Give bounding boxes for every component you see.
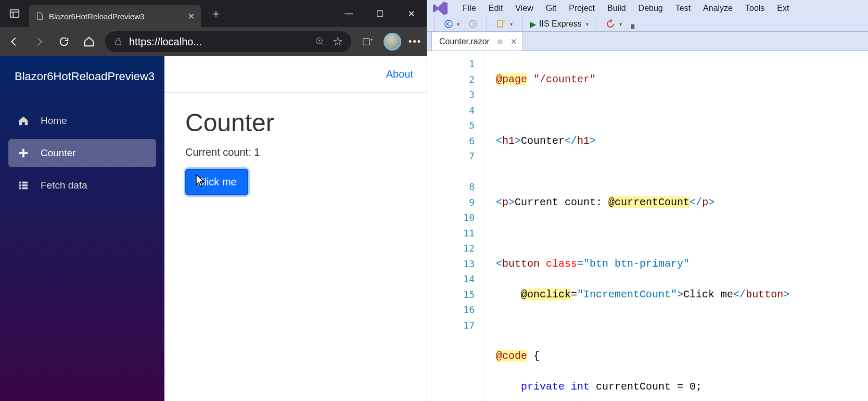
lock-icon <box>113 37 123 46</box>
plus-icon <box>18 147 29 159</box>
start-debug-button[interactable]: ▶IIS Express▾ <box>530 19 589 29</box>
home-button[interactable] <box>80 33 98 51</box>
minimize-button[interactable]: — <box>333 0 364 27</box>
nav-item-home[interactable]: Home <box>8 107 156 135</box>
vs-toolbar: ▾ ▾ ▶IIS Express▾ ▾ ▖ <box>427 17 868 32</box>
nav-menu: Home Counter Fetch data <box>0 97 164 209</box>
nav-label: Fetch data <box>41 180 87 191</box>
svg-rect-15 <box>19 187 21 190</box>
svg-rect-0 <box>10 10 19 18</box>
gutter-line: 4 <box>427 103 484 118</box>
count-value: 1 <box>254 146 260 158</box>
page-icon <box>35 12 44 20</box>
gutter-line: 13 <box>427 256 484 272</box>
home-icon <box>18 115 29 127</box>
close-icon[interactable]: ✕ <box>510 37 517 46</box>
nav-forward-button[interactable] <box>467 17 479 31</box>
address-bar[interactable]: https://localho... <box>105 31 351 52</box>
tab-title: Blazor6HotReloadPreview3 <box>49 12 144 21</box>
svg-rect-13 <box>19 182 21 184</box>
gutter-line: 16 <box>427 302 484 318</box>
nav-back-button[interactable]: ▾ <box>442 17 462 31</box>
gutter-line: 8 <box>427 179 484 195</box>
pin-icon[interactable]: ⊕ <box>497 37 503 46</box>
top-row: About <box>164 56 427 93</box>
menu-debug[interactable]: Debug <box>632 2 669 15</box>
run-target-label: IIS Express <box>539 19 582 29</box>
svg-point-20 <box>469 20 477 28</box>
zoom-icon[interactable] <box>315 36 325 47</box>
gutter-line: 6 <box>427 133 484 149</box>
editor-tab-label: Counter.razor <box>439 37 490 46</box>
gutter-line: 12 <box>427 241 484 256</box>
address-text: https://localho... <box>129 36 202 48</box>
svg-rect-8 <box>363 39 370 45</box>
menu-edit[interactable]: Edit <box>482 2 509 15</box>
gutter-line: 11 <box>427 225 484 241</box>
vs-window: File Edit View Git Project Build Debug T… <box>427 0 868 401</box>
gutter-line: 2 <box>427 72 484 87</box>
vs-tabstrip: Counter.razor ⊕ ✕ <box>427 32 868 51</box>
nav-label: Counter <box>41 147 76 159</box>
gutter-line: 5 <box>427 118 484 133</box>
nav-item-counter[interactable]: Counter <box>8 139 156 167</box>
about-link[interactable]: About <box>386 68 413 80</box>
toolbar-overflow-button[interactable]: ▖ <box>629 17 640 31</box>
editor-area: 1 2 3 4 5 6 7 8 9 10 11 12 13 14 15 16 1… <box>427 51 868 401</box>
menu-view[interactable]: View <box>509 2 539 15</box>
forward-button[interactable] <box>30 33 48 51</box>
vs-logo-icon <box>432 0 449 17</box>
browser-toolbar: https://localho... ••• <box>0 27 427 56</box>
gutter-line: 3 <box>427 87 484 103</box>
svg-rect-16 <box>22 182 28 184</box>
menu-build[interactable]: Build <box>601 2 632 15</box>
menu-test[interactable]: Test <box>669 2 697 15</box>
new-item-button[interactable]: ▾ <box>494 17 515 31</box>
gutter-line: 15 <box>427 287 484 303</box>
app-brand: Blazor6HotReloadPreview3 <box>0 56 164 97</box>
app-main: About Counter Current count: 1 Click me <box>164 56 427 401</box>
tab-close-button[interactable]: ✕ <box>188 11 195 21</box>
close-button[interactable]: ✕ <box>395 0 427 27</box>
list-icon <box>18 180 29 191</box>
favorite-icon[interactable] <box>333 36 343 47</box>
profile-avatar[interactable] <box>384 33 401 51</box>
svg-rect-12 <box>19 152 28 154</box>
menu-git[interactable]: Git <box>540 2 563 15</box>
gutter-line: 14 <box>427 271 484 287</box>
svg-line-5 <box>322 43 324 46</box>
nav-label: Home <box>41 115 67 127</box>
browser-titlebar: Blazor6HotReloadPreview3 ✕ ＋ — ☐ ✕ <box>0 0 427 27</box>
line-gutter: 1 2 3 4 5 6 7 8 9 10 11 12 13 14 15 16 1… <box>427 51 484 401</box>
tabs-overview-button[interactable] <box>0 0 29 27</box>
gutter-line: 9 <box>427 195 484 210</box>
refresh-button[interactable] <box>55 33 73 51</box>
editor-tab[interactable]: Counter.razor ⊕ ✕ <box>431 32 523 51</box>
menu-analyze[interactable]: Analyze <box>697 2 739 15</box>
more-menu-button[interactable]: ••• <box>409 36 422 47</box>
new-tab-button[interactable]: ＋ <box>207 5 225 22</box>
svg-rect-3 <box>116 41 121 45</box>
svg-point-19 <box>445 20 452 28</box>
menu-project[interactable]: Project <box>563 2 601 15</box>
page-content: Blazor6HotReloadPreview3 Home Counter Fe… <box>0 56 427 401</box>
menu-tools[interactable]: Tools <box>739 2 771 15</box>
window-controls: — ☐ ✕ <box>333 0 427 27</box>
hot-reload-button[interactable]: ▾ <box>604 17 624 31</box>
page-title: Counter <box>185 108 406 137</box>
code-editor[interactable]: @page "/counter" <h1>Counter</h1> <p>Cur… <box>484 51 868 401</box>
maximize-button[interactable]: ☐ <box>364 0 395 27</box>
menu-file[interactable]: File <box>456 2 482 15</box>
gutter-line: 1 <box>427 56 484 72</box>
browser-tab[interactable]: Blazor6HotReloadPreview3 ✕ <box>29 5 201 27</box>
svg-point-22 <box>502 20 505 23</box>
gutter-line: 10 <box>427 210 484 225</box>
vs-menubar: File Edit View Git Project Build Debug T… <box>427 0 868 17</box>
back-button[interactable] <box>5 33 23 51</box>
mouse-cursor-icon <box>194 173 206 189</box>
menu-ext[interactable]: Ext <box>771 2 795 15</box>
svg-rect-17 <box>22 184 28 186</box>
browser-window: Blazor6HotReloadPreview3 ✕ ＋ — ☐ ✕ https… <box>0 0 427 401</box>
nav-item-fetch[interactable]: Fetch data <box>8 171 156 199</box>
collections-button[interactable] <box>359 33 376 51</box>
